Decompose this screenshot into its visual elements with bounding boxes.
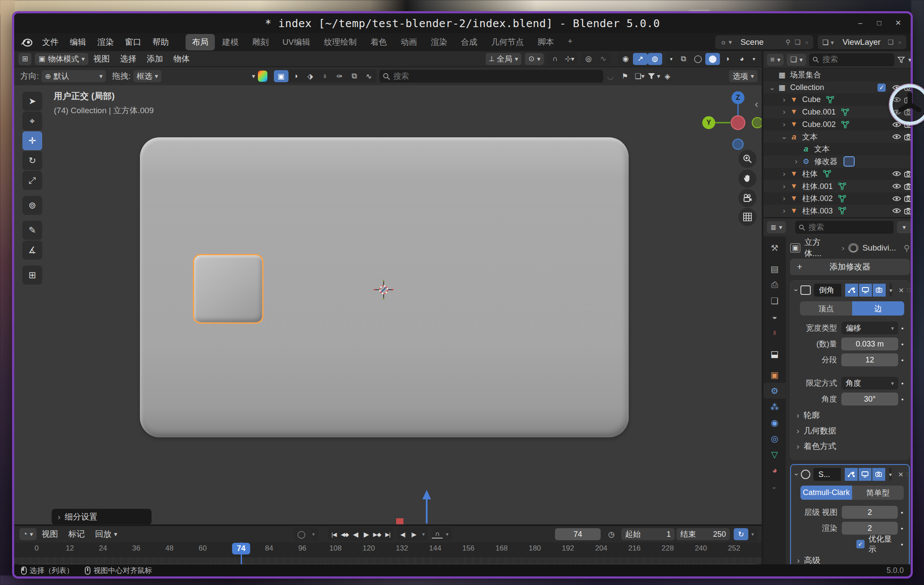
object-name[interactable]: 文本	[812, 144, 830, 154]
timeline-menu[interactable]: 标记	[63, 529, 90, 540]
tab-particles[interactable]: ⁂	[763, 399, 786, 415]
tab-object[interactable]: ▣	[763, 367, 786, 383]
menu-item[interactable]: 文件	[37, 34, 64, 50]
funnel-dropdown[interactable]: ▾	[657, 72, 660, 80]
properties-search-input[interactable]	[805, 223, 890, 232]
tabs-overflow-chevron[interactable]: ›	[774, 484, 776, 492]
view-layer-name[interactable]: ViewLayer	[838, 37, 886, 47]
workspace-tab[interactable]: 几何节点	[484, 34, 530, 50]
collapsed-section[interactable]: ›高级	[791, 553, 909, 564]
workspace-tab[interactable]: 着色	[364, 34, 393, 50]
breadcrumb-modifier[interactable]: Subdivi...	[862, 243, 896, 253]
catmull-clark-tab[interactable]: Catmull-Clark	[800, 486, 852, 500]
current-frame-field[interactable]: 74	[555, 528, 601, 540]
outliner-item[interactable]: ⌄ a 文本 ✓	[763, 130, 913, 143]
stopwatch-icon[interactable]: ◷	[604, 528, 619, 540]
proportional-edit-toggle[interactable]: ◎	[581, 53, 596, 65]
modifier-name-field[interactable]: S...	[813, 468, 841, 481]
filter-scene-icon[interactable]: ⬗	[303, 70, 318, 82]
expand-caret[interactable]: ›	[780, 96, 788, 104]
workspace-tab[interactable]: UV编辑	[276, 34, 316, 50]
tool-add-cube[interactable]: ⊞	[22, 266, 42, 285]
tab-material[interactable]: ◕	[763, 462, 786, 478]
show-overlays-toggle[interactable]: ◍	[648, 53, 662, 65]
navigation-gizmo[interactable]: Z Y	[696, 89, 762, 153]
animate-dot[interactable]: •	[898, 356, 907, 364]
frame-forward-button[interactable]: |▶	[408, 529, 419, 540]
render-toggle[interactable]	[872, 468, 885, 481]
autokey-dropdown[interactable]: ▾	[309, 528, 318, 540]
pin-icon[interactable]: ⚲	[784, 38, 793, 46]
animate-dot[interactable]: •	[898, 340, 907, 348]
bevel-modifier-header[interactable]: › 倒角 ▾ × ∷∷	[791, 281, 909, 300]
affect-edges-tab[interactable]: 边	[852, 301, 904, 316]
object-name[interactable]: 文本	[800, 132, 818, 142]
expand-caret[interactable]: ›	[780, 194, 788, 203]
scene-name[interactable]: Scene	[736, 37, 784, 47]
workspace-tab[interactable]: 动画	[394, 34, 423, 50]
sync-toggle[interactable]: ↻	[734, 528, 748, 540]
expand-caret[interactable]: ›	[780, 108, 788, 116]
object-name[interactable]: 修改器	[812, 156, 837, 167]
tab-render[interactable]: ▤	[763, 261, 786, 277]
number-field[interactable]: 2	[842, 522, 898, 535]
expand-caret[interactable]: ›	[792, 157, 800, 166]
filter-world-icon[interactable]: ♁	[318, 70, 332, 82]
filter-material-icon[interactable]: ◑	[288, 70, 303, 82]
animate-dot[interactable]: •	[898, 380, 907, 387]
outliner-filter-icon[interactable]	[897, 56, 905, 64]
outliner-item[interactable]: ⌄ ▦ Collection ✓	[763, 81, 913, 94]
pivot-point-button[interactable]: ⊙ ▾	[525, 53, 544, 65]
filter-action-icon[interactable]: ∿	[362, 70, 376, 82]
search-input[interactable]	[390, 72, 600, 81]
hide-viewport-icon[interactable]	[892, 170, 901, 177]
expand-caret[interactable]: ›	[780, 120, 788, 129]
workspace-tab[interactable]: 纹理绘制	[317, 34, 363, 50]
menu-item[interactable]: 渲染	[92, 34, 119, 50]
options-button[interactable]: 选项 ▾	[729, 70, 757, 82]
collapse-caret[interactable]: ›	[792, 473, 801, 476]
workspace-tab[interactable]: +	[561, 34, 579, 50]
hide-viewport-icon[interactable]	[892, 207, 901, 214]
modifier-name-field[interactable]: 倒角	[814, 284, 841, 297]
workspace-tab[interactable]: 雕刻	[246, 34, 275, 50]
expand-caret[interactable]: ⌄	[768, 83, 776, 92]
workspace-tab[interactable]: 渲染	[424, 34, 453, 50]
outliner-search[interactable]	[809, 53, 894, 66]
play-reverse-button[interactable]: ◀	[350, 529, 361, 540]
delete-modifier-button[interactable]: ×	[898, 470, 903, 480]
filter-object-icon[interactable]: ▣	[274, 70, 288, 82]
menu-item[interactable]: 帮助	[147, 34, 174, 50]
optimal-display-checkbox[interactable]: ✓优化显示	[842, 534, 898, 554]
gizmo-axis-y-neg[interactable]	[752, 117, 762, 128]
gizmo-axis-z[interactable]: Z	[732, 91, 744, 104]
show-gizmo-toggle[interactable]: ↗	[633, 53, 648, 65]
mode-selector[interactable]: ▣ 物体模式 ▾	[35, 53, 88, 65]
object-name[interactable]: Cube	[800, 95, 821, 104]
disable-render-icon[interactable]	[904, 133, 912, 140]
workspace-tab[interactable]: 合成	[454, 34, 484, 50]
tab-scene[interactable]: ◒	[763, 309, 786, 325]
animate-dot[interactable]: •	[898, 325, 907, 332]
viewport-menu[interactable]: 选择	[115, 53, 142, 65]
snap-toggle[interactable]: ∩	[548, 53, 562, 65]
collection-checkbox[interactable]: ✓	[877, 84, 886, 92]
workspace-tab[interactable]: 脚本	[531, 34, 560, 50]
gizmo-axis-y[interactable]: Y	[702, 116, 715, 129]
autokey-toggle[interactable]: ◯	[294, 528, 309, 540]
animate-dot[interactable]: •	[898, 525, 906, 532]
selected-cube-object[interactable]	[193, 254, 264, 324]
new-view-layer-icon[interactable]: ❏	[886, 38, 896, 46]
object-name[interactable]: 柱体.002	[800, 193, 833, 204]
close-button[interactable]: ✕	[893, 19, 903, 28]
gizmo-axis-z-neg[interactable]	[732, 139, 744, 150]
disable-render-icon[interactable]	[904, 170, 912, 177]
number-field[interactable]: 12	[841, 353, 898, 366]
object-name[interactable]: 柱体	[800, 169, 818, 179]
tool-rotate[interactable]: ↻	[22, 151, 42, 170]
hide-viewport-icon[interactable]	[892, 133, 901, 140]
menu-item[interactable]: 编辑	[64, 34, 92, 50]
tool-transform[interactable]: ⊚	[22, 196, 42, 215]
animate-dot[interactable]: •	[898, 509, 906, 516]
subdivision-modifier-header[interactable]: › S... ▾ × ∷∷	[791, 465, 909, 484]
